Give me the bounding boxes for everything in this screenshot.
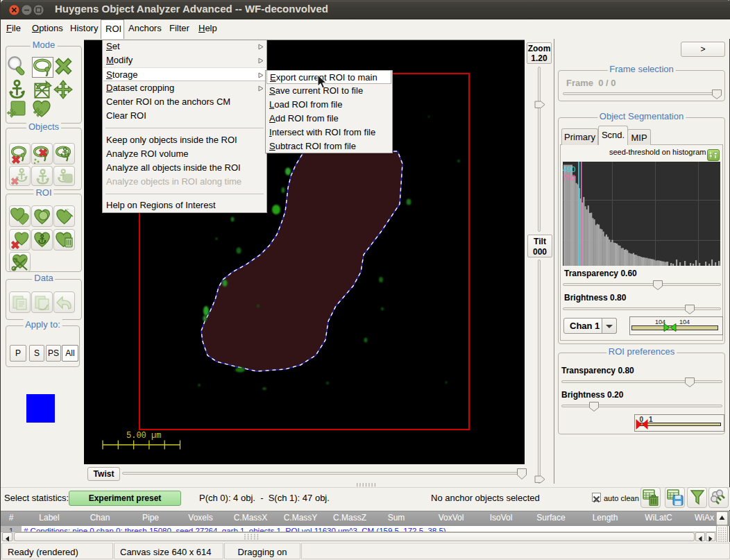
svg-text:5.00 µm: 5.00 µm (126, 431, 161, 441)
svg-text:750: 750 (563, 173, 575, 182)
svg-text:490: 490 (563, 165, 575, 173)
